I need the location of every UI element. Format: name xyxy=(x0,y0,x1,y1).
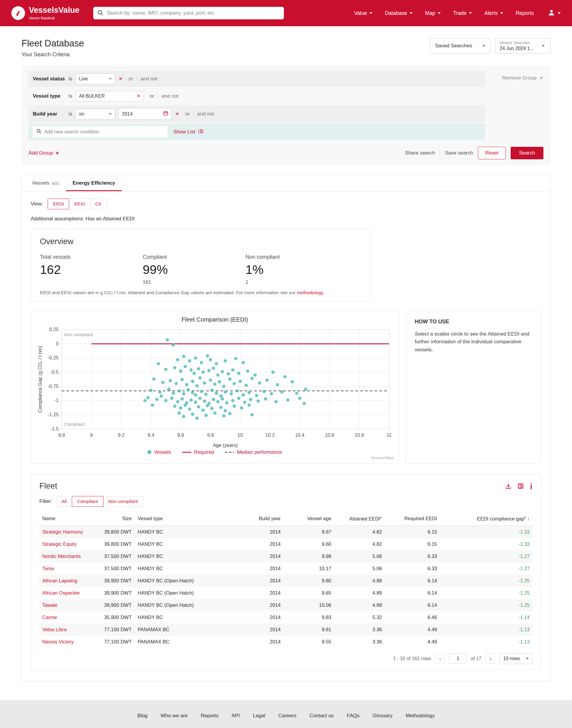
nav-item-map[interactable]: Map xyxy=(425,10,441,16)
cell-age: 9.61 xyxy=(284,624,334,636)
view-toggle-eexi[interactable]: EEXI xyxy=(69,198,90,209)
view-toggle-eedi[interactable]: EEDI xyxy=(48,198,69,209)
and-not-link[interactable]: and not xyxy=(197,111,214,117)
legend-vessels[interactable]: Vessels xyxy=(147,449,171,455)
col-name[interactable]: Name xyxy=(39,511,96,525)
footer-link-glossary[interactable]: Glossary xyxy=(373,713,392,719)
vessel-name-link[interactable]: Velos Libra xyxy=(42,627,67,632)
add-condition-input[interactable] xyxy=(45,129,164,135)
rows-per-page-select[interactable]: 10 rows xyxy=(499,653,533,664)
fleet-comparison-chart[interactable]: 8.899.29.49.69.81010.210.410.610.8110.25… xyxy=(36,325,394,449)
historic-searches-dropdown[interactable]: Historic Searches 24 Jun 2024 1... xyxy=(495,38,551,54)
footer-link-methodology[interactable]: Methodology xyxy=(406,713,435,719)
vessel-name-link[interactable]: Carme xyxy=(42,615,57,620)
table-row: African Lapwing 39,900 DWT HANDY BC (Ope… xyxy=(39,575,533,587)
tab-energy-efficiency[interactable]: Energy Efficiency xyxy=(66,175,122,191)
reset-button[interactable]: Reset xyxy=(478,147,506,159)
footer-link-who-we-are[interactable]: Who we are xyxy=(160,713,188,719)
nav-item-alerts[interactable]: Alerts xyxy=(484,10,503,16)
page-number-input[interactable] xyxy=(449,654,467,664)
columns-icon[interactable] xyxy=(517,483,524,489)
remove-group-link[interactable]: Remove Group xyxy=(502,71,544,81)
vessel-name-link[interactable]: African Oxpecker xyxy=(42,590,80,595)
chevron-right-icon xyxy=(490,656,492,662)
legend-required[interactable]: Required xyxy=(182,449,214,455)
footer-link-contact-us[interactable]: Contact us xyxy=(309,713,334,719)
or-link[interactable]: or xyxy=(129,76,133,82)
footer-link-legal[interactable]: Legal xyxy=(253,713,266,719)
footer-link-api[interactable]: API xyxy=(231,713,239,719)
footer-link-blog[interactable]: Blog xyxy=(137,713,147,719)
remove-condition-icon[interactable] xyxy=(136,94,140,98)
vessel-name-link[interactable]: Tawaki xyxy=(42,602,57,608)
methodology-link[interactable]: methodology xyxy=(297,290,323,295)
col-eedi-compliance-gap[interactable]: EEDI compliance gape↑ xyxy=(440,511,533,525)
nav-item-value[interactable]: Value xyxy=(354,10,372,16)
vessel-name-link[interactable]: Nordic Merchants xyxy=(42,554,81,559)
vessel-status-select[interactable]: Live xyxy=(76,74,115,84)
brand-logo[interactable]: VesselsValue Veson Nautical xyxy=(11,6,80,20)
export-icon[interactable] xyxy=(505,483,511,489)
add-group-link[interactable]: Add Group xyxy=(28,150,59,157)
filter-non-compliant[interactable]: Non compliant xyxy=(103,496,143,507)
calendar-icon[interactable] xyxy=(163,111,168,117)
view-toggle-cii[interactable]: CII xyxy=(90,198,106,209)
cell-required: 6.15 xyxy=(385,525,440,538)
vessel-type-chip[interactable]: All BULKER xyxy=(76,91,144,101)
footer-link-faqs[interactable]: FAQs xyxy=(347,713,360,719)
vessel-name-link[interactable]: Tania xyxy=(42,566,54,571)
filter-all[interactable]: All xyxy=(56,496,72,507)
show-list-link[interactable]: Show List xyxy=(173,129,204,135)
tab-vessels[interactable]: Vessels601 xyxy=(25,175,66,191)
footer-link-reports[interactable]: Reports xyxy=(201,713,219,719)
saved-searches-dropdown[interactable]: Saved Searches xyxy=(430,38,490,54)
filter-compliant[interactable]: Compliant xyxy=(72,496,103,507)
nav-item-trade[interactable]: Trade xyxy=(453,10,472,16)
and-not-link[interactable]: and not xyxy=(141,76,158,82)
fleet-table-card: Fleet Filter: All Compliant Non complian… xyxy=(31,474,541,670)
col-build-year[interactable]: Build year xyxy=(236,511,284,525)
remove-condition-icon[interactable] xyxy=(175,112,179,116)
save-search-link[interactable]: Save search xyxy=(445,150,473,156)
or-link[interactable]: or xyxy=(185,111,190,117)
cell-required: 6.33 xyxy=(385,562,440,575)
stat-subvalue: 161 xyxy=(143,279,245,285)
col-size[interactable]: Size xyxy=(96,511,135,525)
sort-asc-icon[interactable]: ↑ xyxy=(527,516,530,521)
footer-link-careers[interactable]: Careers xyxy=(278,713,296,719)
cell-attained: 3.36 xyxy=(334,636,385,648)
search-criteria-panel: Vessel status is Live or and not Vessel … xyxy=(21,66,551,165)
next-page-button[interactable] xyxy=(485,654,495,664)
user-menu[interactable] xyxy=(548,9,561,17)
brand-tagline: Veson Nautical xyxy=(29,16,80,20)
or-link[interactable]: or xyxy=(150,93,154,99)
prev-page-button[interactable] xyxy=(435,654,445,664)
col-vessel-age[interactable]: Vessel age xyxy=(284,511,334,525)
build-year-date-input[interactable]: 2014 xyxy=(119,108,171,120)
col-attained-eedi[interactable]: Attained EEDIe xyxy=(334,511,385,525)
remove-condition-icon[interactable] xyxy=(119,77,123,81)
cell-size: 39,900 DWT xyxy=(96,587,135,599)
search-button[interactable]: Search xyxy=(511,147,544,159)
results-card: Vessels601 Energy Efficiency View: EEDI … xyxy=(21,175,551,681)
svg-text:10.4: 10.4 xyxy=(295,432,304,438)
build-year-mode-select[interactable]: on xyxy=(76,109,115,119)
cell-build: 2014 xyxy=(236,550,284,562)
vessel-name-link[interactable]: Navios Victory xyxy=(42,639,74,644)
nav-item-database[interactable]: Database xyxy=(385,10,413,16)
col-required-eedi[interactable]: Required EEDI xyxy=(385,511,440,525)
nav-item-reports[interactable]: Reports xyxy=(516,10,534,16)
user-icon xyxy=(548,9,555,17)
cell-required: 6.14 xyxy=(385,599,440,611)
cell-gap: -1.13 xyxy=(440,624,533,636)
chevron-down-icon xyxy=(558,12,561,14)
legend-median[interactable]: Median performance xyxy=(225,449,282,455)
global-search-input[interactable] xyxy=(93,7,284,19)
info-icon[interactable] xyxy=(530,483,533,489)
col-vessel-type[interactable]: Vessel type xyxy=(135,511,236,525)
vessel-name-link[interactable]: African Lapwing xyxy=(42,578,77,583)
share-search-link[interactable]: Share search xyxy=(405,150,435,156)
vessel-name-link[interactable]: Strategic Harmony xyxy=(42,529,83,535)
vessel-name-link[interactable]: Strategic Equity xyxy=(42,541,77,547)
and-not-link[interactable]: and not xyxy=(161,93,178,99)
